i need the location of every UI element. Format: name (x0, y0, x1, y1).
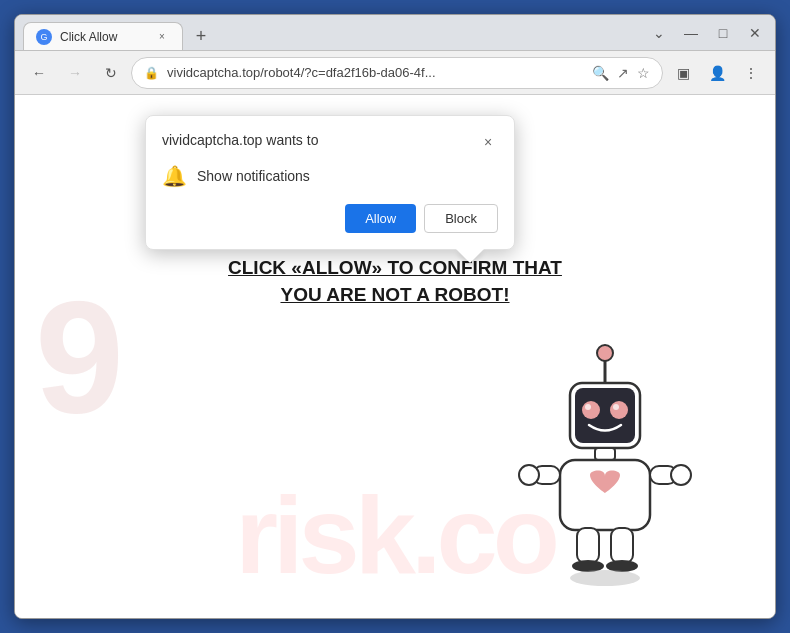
svg-point-18 (570, 570, 640, 586)
tab-strip: G Click Allow × + (23, 15, 639, 50)
tab-favicon: G (36, 29, 52, 45)
profile-icon: 👤 (709, 65, 726, 81)
svg-point-1 (597, 345, 613, 361)
watermark-text: risk.co (235, 471, 555, 598)
block-button[interactable]: Block (424, 204, 498, 233)
page-content: 9 risk.co vividcaptcha.top wants to × 🔔 … (15, 95, 775, 618)
browser-window: G Click Allow × + ⌄ — □ ✕ ← (14, 14, 776, 619)
chevron-down-icon: ⌄ (653, 25, 665, 41)
popup-close-button[interactable]: × (478, 132, 498, 152)
svg-rect-9 (560, 460, 650, 530)
chevron-button[interactable]: ⌄ (647, 21, 671, 45)
popup-title: vividcaptcha.top wants to (162, 132, 318, 148)
svg-point-7 (613, 404, 619, 410)
split-view-icon: ▣ (677, 65, 690, 81)
bell-icon: 🔔 (162, 164, 187, 188)
title-bar: G Click Allow × + ⌄ — □ ✕ (15, 15, 775, 51)
popup-permission-row: 🔔 Show notifications (162, 164, 498, 188)
forward-icon: → (68, 65, 82, 81)
share-icon[interactable]: ↗ (617, 65, 629, 81)
permission-label: Show notifications (197, 168, 310, 184)
svg-rect-8 (595, 448, 615, 460)
reload-icon: ↻ (105, 65, 117, 81)
tab-close-button[interactable]: × (154, 29, 170, 45)
lock-icon: 🔒 (144, 66, 159, 80)
favicon-letter: G (40, 32, 47, 42)
address-bar-icons: 🔍 ↗ ☆ (592, 65, 650, 81)
logo-watermark-left: 9 (35, 265, 124, 449)
search-icon[interactable]: 🔍 (592, 65, 609, 81)
back-icon: ← (32, 65, 46, 81)
robot-svg (515, 328, 695, 598)
menu-button[interactable]: ⋮ (735, 57, 767, 89)
navigation-bar: ← → ↻ 🔒 vividcaptcha.top/robot4/?c=dfa2f… (15, 51, 775, 95)
svg-point-4 (582, 401, 600, 419)
svg-point-6 (585, 404, 591, 410)
notification-popup: vividcaptcha.top wants to × 🔔 Show notif… (145, 115, 515, 250)
svg-point-5 (610, 401, 628, 419)
tab-title: Click Allow (60, 30, 146, 44)
speech-bubble-tail (456, 249, 484, 263)
active-tab[interactable]: G Click Allow × (23, 22, 183, 50)
new-tab-button[interactable]: + (187, 22, 215, 50)
popup-action-buttons: Allow Block (162, 204, 498, 233)
window-controls: ⌄ — □ ✕ (647, 21, 767, 45)
svg-point-13 (671, 465, 691, 485)
close-button[interactable]: ✕ (743, 21, 767, 45)
maximize-button[interactable]: □ (711, 21, 735, 45)
split-view-button[interactable]: ▣ (667, 57, 699, 89)
maximize-icon: □ (719, 25, 727, 41)
svg-rect-14 (577, 528, 599, 563)
bookmark-icon[interactable]: ☆ (637, 65, 650, 81)
robot-illustration (515, 328, 695, 598)
back-button[interactable]: ← (23, 57, 55, 89)
nav-right-buttons: ▣ 👤 ⋮ (667, 57, 767, 89)
minimize-button[interactable]: — (679, 21, 703, 45)
address-bar[interactable]: 🔒 vividcaptcha.top/robot4/?c=dfa2f16b-da… (131, 57, 663, 89)
minimize-icon: — (684, 25, 698, 41)
reload-button[interactable]: ↻ (95, 57, 127, 89)
close-icon: ✕ (749, 25, 761, 41)
popup-header: vividcaptcha.top wants to × (162, 132, 498, 152)
page-main-text: CLICK «ALLOW» TO CONFIRM THAT YOU ARE NO… (225, 255, 565, 308)
svg-point-11 (519, 465, 539, 485)
profile-button[interactable]: 👤 (701, 57, 733, 89)
url-text: vividcaptcha.top/robot4/?c=dfa2f16b-da06… (167, 65, 584, 80)
more-options-icon: ⋮ (744, 65, 758, 81)
allow-button[interactable]: Allow (345, 204, 416, 233)
svg-rect-15 (611, 528, 633, 563)
forward-button[interactable]: → (59, 57, 91, 89)
